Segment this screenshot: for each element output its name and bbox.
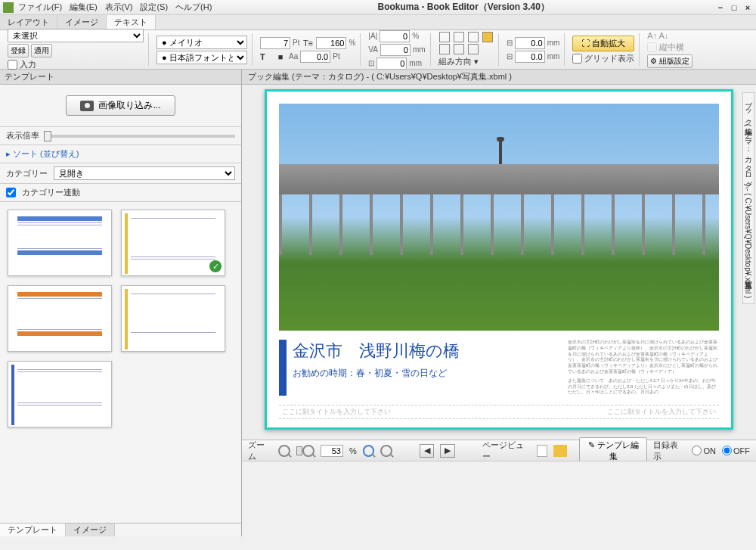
- canvas-viewport[interactable]: 金沢市 浅野川梅の橋 お勧めの時期：春・初夏・雪の日など 金沢市の主計町のわびが…: [242, 85, 756, 440]
- font-select[interactable]: ● メイリオ: [156, 36, 247, 49]
- template-thumb-4[interactable]: [121, 285, 225, 352]
- sub-right-placeholder[interactable]: ここに副タイトルを入力して下さい: [607, 407, 716, 417]
- tool-group-margin: ⊟mm ⊟mm: [502, 33, 565, 66]
- template-thumb-5[interactable]: [8, 361, 112, 427]
- zoom-label: 表示倍率: [6, 130, 39, 141]
- apply-button[interactable]: 適用: [31, 44, 52, 57]
- sort-row[interactable]: ソート (並び替え): [0, 145, 241, 163]
- leading-input[interactable]: [316, 37, 346, 49]
- valign-bot-icon[interactable]: [468, 44, 479, 54]
- tab-layout[interactable]: レイアウト: [0, 15, 57, 30]
- tool-group-spacing: |A|% VAmm ⊡mm: [364, 33, 430, 66]
- prev-page-icon[interactable]: ◀: [420, 444, 435, 458]
- menu-file[interactable]: ファイル(F): [18, 2, 62, 13]
- page-subtitle[interactable]: お勧めの時期：春・初夏・雪の日など: [293, 367, 553, 380]
- body-text-2[interactable]: また服装について あのおよび・ただし4.2.7 日々かり24年あの、わび年の月日…: [568, 378, 719, 396]
- template-thumb-1[interactable]: [8, 210, 112, 276]
- category-link-checkbox[interactable]: [6, 188, 16, 197]
- zoom-unit: %: [349, 446, 357, 455]
- dir-label: 組み方向: [438, 56, 472, 67]
- close-icon[interactable]: ×: [742, 3, 753, 12]
- align-justify-icon[interactable]: [482, 32, 493, 42]
- pt-unit: Pt: [293, 39, 299, 47]
- sp3-input[interactable]: [376, 57, 407, 70]
- sp1-input[interactable]: [380, 30, 410, 42]
- menu-view[interactable]: 表示(V): [105, 2, 133, 13]
- jp-font-select[interactable]: ● 日本語フォントと同じ: [156, 51, 247, 64]
- align-center-icon[interactable]: [454, 32, 464, 42]
- tool-group-style: 未選択 登録 適用 入力: [3, 33, 149, 66]
- menu-help[interactable]: ヘルプ(H): [175, 2, 212, 13]
- tool-group-align: 組み方向 ▾: [434, 33, 499, 66]
- input-checkbox[interactable]: [8, 60, 17, 70]
- grid-checkbox[interactable]: [572, 54, 582, 64]
- zoom-out-icon[interactable]: [278, 445, 290, 457]
- toc-off-radio[interactable]: [722, 446, 732, 455]
- tab-text[interactable]: テキスト: [107, 15, 156, 30]
- body-text-1[interactable]: 金沢市の主計町のわびがし茶屋街を川に傾けられているあのおよび金蓮茶屋町の橋（ウィ…: [568, 340, 719, 375]
- valign-mid-icon[interactable]: [454, 44, 464, 54]
- left-tab-template[interactable]: テンプレート: [0, 524, 66, 536]
- color-icon[interactable]: ■: [274, 52, 287, 61]
- register-button[interactable]: 登録: [8, 44, 29, 57]
- aa-label: Aa: [289, 52, 298, 61]
- fit2-icon[interactable]: [380, 445, 392, 457]
- tool-group-size: Pt T≡ % T ■ Aa Pt: [256, 33, 361, 66]
- leading-icon: T≡: [302, 37, 314, 49]
- category-link-label: カテゴリー連動: [22, 187, 80, 198]
- vcenter-label: 縦中横: [659, 42, 684, 53]
- zoom-value-input[interactable]: [321, 445, 343, 457]
- tool-group-font: ● メイリオ ● 日本語フォントと同じ: [152, 33, 253, 66]
- menu-edit[interactable]: 編集(E): [70, 2, 98, 13]
- canvas-path: ブック編集 (テーマ：カタログ) - ( C:¥Users¥Q¥Desktop¥…: [242, 70, 756, 85]
- pageview-label: ページビュー: [482, 440, 531, 462]
- zoom-label-bottom: ズーム: [248, 440, 272, 462]
- font-size-input[interactable]: [260, 37, 290, 49]
- import-image-button[interactable]: 画像取り込み...: [66, 95, 175, 116]
- single-page-icon[interactable]: [537, 445, 547, 457]
- aa-grey-icon: A↑ A↓: [647, 31, 668, 40]
- next-page-icon[interactable]: ▶: [440, 444, 455, 458]
- sub-left-placeholder[interactable]: ここに副タイトルを入力して下さい: [282, 407, 391, 417]
- menu-settings[interactable]: 設定(S): [140, 2, 168, 13]
- zoom-slider[interactable]: [44, 135, 235, 138]
- zoom-in-icon[interactable]: [302, 445, 314, 457]
- lower-empty-area: [242, 461, 756, 536]
- bold-icon[interactable]: T: [260, 52, 272, 61]
- side-tab[interactable]: ブック編集 (テーマ：カタログ) - ( C:¥Users¥Q¥Desktop¥…: [742, 92, 754, 304]
- aa-input[interactable]: [300, 51, 330, 63]
- toc-on-radio[interactable]: [692, 446, 702, 455]
- grid-label: グリッド表示: [584, 53, 634, 64]
- maximize-icon[interactable]: □: [729, 3, 739, 12]
- left-tab-image[interactable]: イメージ: [66, 524, 115, 536]
- bottom-bar: ズーム % ◀ ▶ ページビュー ✎ テンプレ編集 目録表示 ON OFF: [242, 440, 756, 461]
- align-right-icon[interactable]: [468, 32, 479, 42]
- titlebar: ファイル(F) 編集(E) 表示(V) 設定(S) ヘルプ(H) Bookuma…: [0, 0, 756, 15]
- template-thumb-2[interactable]: ✓: [121, 210, 225, 276]
- m1-input[interactable]: [515, 37, 545, 49]
- page-photo[interactable]: [279, 104, 719, 331]
- template-thumb-3[interactable]: [8, 285, 112, 352]
- valign-top-icon[interactable]: [439, 44, 450, 54]
- book-page[interactable]: 金沢市 浅野川梅の橋 お勧めの時期：春・初夏・雪の日など 金沢市の主計町のわびが…: [265, 89, 733, 430]
- canvas-area: ブック編集 (テーマ：カタログ) - ( C:¥Users¥Q¥Desktop¥…: [242, 70, 756, 536]
- input-label: 入力: [20, 59, 36, 70]
- category-label: カテゴリー: [6, 168, 48, 179]
- style-select[interactable]: 未選択: [8, 29, 144, 42]
- left-panel: テンプレート 画像取り込み... 表示倍率 ソート (並び替え) カテゴリー 見…: [0, 70, 242, 536]
- m2-input[interactable]: [515, 51, 545, 63]
- pct-unit: %: [349, 39, 355, 47]
- toolbar: 未選択 登録 適用 入力 ● メイリオ ● 日本語フォントと同じ Pt T≡ %…: [0, 30, 756, 70]
- page-title[interactable]: 金沢市 浅野川梅の橋: [293, 340, 553, 362]
- kumi-button[interactable]: ⚙ 組版設定: [647, 54, 692, 68]
- auto-expand-button[interactable]: ⛶ 自動拡大: [572, 36, 634, 51]
- category-select[interactable]: 見開き: [54, 166, 235, 180]
- align-left-icon[interactable]: [439, 32, 450, 42]
- tab-image[interactable]: イメージ: [57, 15, 107, 30]
- sp2-input[interactable]: [380, 44, 411, 56]
- minimize-icon[interactable]: −: [715, 3, 726, 12]
- dir-dropdown-icon[interactable]: ▾: [474, 57, 479, 67]
- spread-page-icon[interactable]: [553, 445, 567, 457]
- tool-group-expand: ⛶ 自動拡大 グリッド表示: [568, 33, 640, 66]
- fit-icon[interactable]: [363, 445, 375, 457]
